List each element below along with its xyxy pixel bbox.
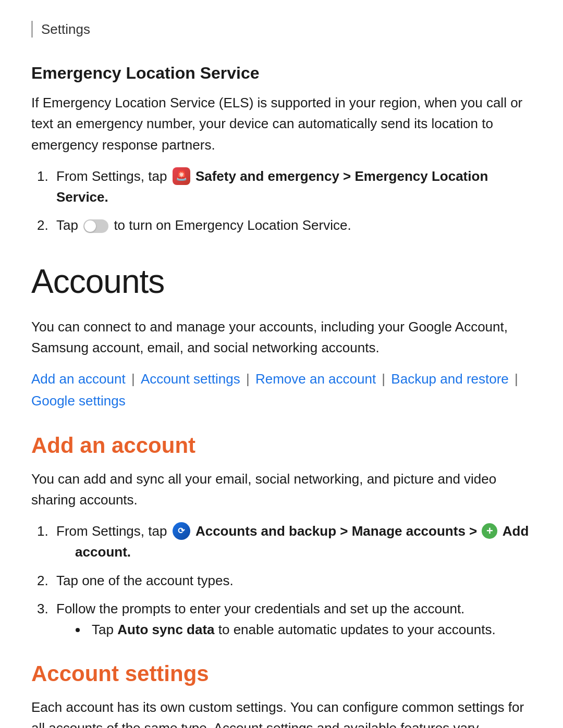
toggle-icon <box>83 219 108 233</box>
separator-4: | <box>511 371 518 387</box>
emergency-intro: If Emergency Location Service (ELS) is s… <box>31 92 532 155</box>
add-account-section: Add an account You can add and sync all … <box>31 433 532 640</box>
emergency-steps-list: From Settings, tap 🚨 Safety and emergenc… <box>52 166 532 236</box>
account-settings-heading: Account settings <box>31 661 532 686</box>
accounts-icon-1: ⟳ <box>173 522 190 540</box>
emergency-step-2: Tap to turn on Emergency Location Servic… <box>52 215 532 236</box>
accounts-heading: Accounts <box>31 262 532 301</box>
add-account-step-3-text: Follow the prompts to enter your credent… <box>56 601 464 616</box>
add-account-step-3: Follow the prompts to enter your credent… <box>52 598 532 640</box>
separator-2: | <box>242 371 253 387</box>
emergency-title: Emergency Location Service <box>31 64 532 83</box>
separator-1: | <box>128 371 139 387</box>
add-account-step-1: From Settings, tap ⟳ Accounts and backup… <box>52 521 532 563</box>
add-account-step-2: Tap one of the account types. <box>52 570 532 591</box>
add-account-sub-list: Tap Auto sync data to enable automatic u… <box>88 619 532 640</box>
add-account-heading: Add an account <box>31 433 532 458</box>
emergency-section: Emergency Location Service If Emergency … <box>31 64 532 236</box>
settings-header-text: Settings <box>41 21 90 37</box>
link-add-account[interactable]: Add an account <box>31 371 126 387</box>
add-account-intro: You can add and sync all your email, soc… <box>31 468 532 511</box>
account-settings-intro: Each account has its own custom settings… <box>31 697 532 728</box>
emergency-step-1-prefix: From Settings, tap <box>56 168 171 184</box>
link-google-settings[interactable]: Google settings <box>31 393 126 409</box>
separator-3: | <box>378 371 389 387</box>
accounts-links: Add an account | Account settings | Remo… <box>31 368 532 412</box>
add-account-step-1-bold: Accounts and backup > Manage accounts > <box>195 523 481 539</box>
add-account-bullet-bold: Auto sync data <box>117 622 214 637</box>
link-account-settings[interactable]: Account settings <box>141 371 240 387</box>
add-account-step-2-text: Tap one of the account types. <box>56 573 234 588</box>
settings-header: Settings <box>31 21 532 38</box>
account-settings-section: Account settings Each account has its ow… <box>31 661 532 728</box>
add-account-steps-list: From Settings, tap ⟳ Accounts and backup… <box>52 521 532 640</box>
add-account-bullet-1: Tap Auto sync data to enable automatic u… <box>88 619 532 640</box>
add-account-step-1-prefix: From Settings, tap <box>56 523 171 539</box>
link-remove-account[interactable]: Remove an account <box>255 371 376 387</box>
accounts-intro: You can connect to and manage your accou… <box>31 316 532 359</box>
link-backup-restore[interactable]: Backup and restore <box>391 371 508 387</box>
add-account-bullet-prefix: Tap <box>92 622 117 637</box>
plus-icon <box>482 523 497 539</box>
emergency-step-1: From Settings, tap 🚨 Safety and emergenc… <box>52 166 532 208</box>
safety-icon: 🚨 <box>173 167 190 185</box>
emergency-step-2-suffix: to turn on Emergency Location Service. <box>114 217 351 233</box>
add-account-bullet-suffix: to enable automatic updates to your acco… <box>215 622 496 637</box>
page-container: Settings Emergency Location Service If E… <box>0 0 563 728</box>
emergency-step-2-prefix: Tap <box>56 217 82 233</box>
